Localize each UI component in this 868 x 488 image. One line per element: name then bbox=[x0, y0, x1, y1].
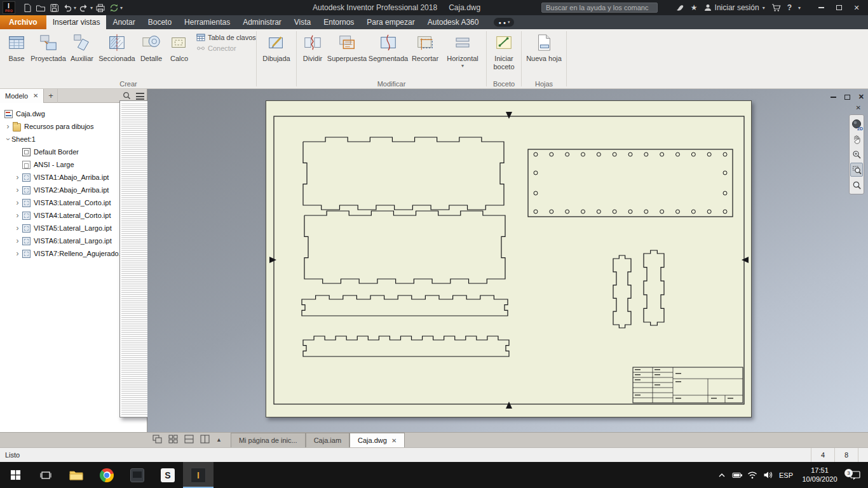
tab-archivo[interactable]: Archivo bbox=[0, 15, 46, 29]
open-file-icon[interactable] bbox=[35, 2, 46, 13]
qat-customize-caret-icon[interactable]: ▾ bbox=[120, 5, 123, 11]
zoom-button[interactable] bbox=[850, 147, 863, 161]
close-icon[interactable]: ✕ bbox=[33, 92, 38, 99]
drawing-view-short-side-1[interactable] bbox=[613, 255, 631, 328]
collapse-tabs-icon[interactable]: ▲ bbox=[216, 437, 222, 443]
help-caret-icon[interactable]: ▾ bbox=[798, 5, 801, 11]
print-icon[interactable] bbox=[95, 2, 106, 13]
expander-icon[interactable]: › bbox=[4, 123, 11, 130]
drawing-view-side-strip-1[interactable] bbox=[302, 295, 508, 316]
doc-tab-caja-iam[interactable]: Caja.iam bbox=[306, 433, 349, 447]
expander-icon[interactable]: › bbox=[14, 212, 21, 219]
inventor-taskbar-button[interactable]: I bbox=[183, 462, 214, 488]
sign-in-caret-icon[interactable]: ▾ bbox=[763, 5, 765, 11]
tab-para-empezar[interactable]: Para empezar bbox=[360, 15, 421, 29]
help-search-input[interactable] bbox=[541, 3, 658, 13]
favorites-star-icon[interactable]: ★ bbox=[691, 3, 698, 12]
seccionada-button[interactable]: Seccionada bbox=[97, 30, 137, 80]
detalle-button[interactable]: Detalle bbox=[137, 30, 166, 80]
expander-icon[interactable]: › bbox=[14, 187, 21, 193]
search-icon[interactable] bbox=[123, 92, 131, 101]
segmentada-button[interactable]: Segmentada bbox=[368, 30, 409, 80]
browser-menu-icon[interactable] bbox=[136, 93, 144, 100]
action-center-button[interactable]: 3 bbox=[843, 470, 868, 480]
tile-horizontal-icon[interactable] bbox=[184, 435, 194, 445]
tab-herramientas[interactable]: Herramientas bbox=[178, 15, 236, 29]
task-view-button[interactable] bbox=[31, 462, 61, 488]
tab-insertar-vistas[interactable]: Insertar vistas bbox=[46, 15, 107, 29]
tab-boceto[interactable]: Boceto bbox=[142, 15, 178, 29]
tab-administrar[interactable]: Administrar bbox=[236, 15, 288, 29]
redo-icon[interactable] bbox=[78, 2, 90, 13]
tile-windows-icon[interactable] bbox=[168, 435, 178, 445]
zoom-window-button[interactable] bbox=[850, 163, 863, 177]
pan-button[interactable] bbox=[850, 132, 863, 146]
file-explorer-button[interactable] bbox=[61, 462, 92, 488]
expander-icon[interactable]: › bbox=[14, 250, 21, 257]
dividir-button[interactable]: Dividir bbox=[299, 30, 326, 80]
doc-tab-caja-dwg[interactable]: Caja.dwg ✕ bbox=[349, 433, 405, 447]
tab-vista[interactable]: Vista bbox=[288, 15, 317, 29]
tab-entornos[interactable]: Entornos bbox=[317, 15, 360, 29]
search-assist-icon[interactable] bbox=[675, 3, 684, 12]
dark-app-button[interactable] bbox=[122, 462, 153, 488]
s-app-button[interactable]: S bbox=[153, 462, 183, 488]
browser-tab-modelo[interactable]: Modelo ✕ bbox=[0, 89, 44, 103]
auxiliar-button[interactable]: Auxiliar bbox=[67, 30, 97, 80]
redo-caret-icon[interactable]: ▾ bbox=[90, 5, 93, 11]
close-button[interactable]: ✕ bbox=[848, 0, 865, 15]
cascade-windows-icon[interactable] bbox=[153, 435, 162, 445]
maximize-button[interactable] bbox=[830, 0, 848, 15]
tab-autodesk-a360[interactable]: Autodesk A360 bbox=[421, 15, 485, 29]
close-icon[interactable]: ✕ bbox=[391, 437, 397, 444]
save-icon[interactable] bbox=[48, 2, 60, 13]
drawing-view-bottom-plate-1[interactable] bbox=[303, 137, 504, 210]
calco-button[interactable]: Calco bbox=[166, 30, 193, 80]
update-icon[interactable] bbox=[108, 2, 119, 13]
horizontal-caret-icon[interactable]: ▾ bbox=[461, 63, 464, 69]
network-wifi-icon[interactable] bbox=[745, 471, 760, 479]
chrome-button[interactable] bbox=[92, 462, 122, 488]
drawing-view-hole-plate[interactable] bbox=[528, 149, 733, 217]
battery-icon[interactable] bbox=[729, 471, 745, 480]
base-button[interactable]: Base bbox=[3, 30, 30, 80]
expander-icon[interactable]: › bbox=[14, 238, 21, 244]
superpuesta-button[interactable]: Superpuesta bbox=[326, 30, 368, 80]
doc-minimize-button[interactable] bbox=[831, 97, 836, 98]
drawing-view-bottom-plate-2[interactable] bbox=[304, 211, 505, 283]
help-icon[interactable]: ? bbox=[787, 3, 792, 12]
new-file-icon[interactable] bbox=[22, 2, 33, 13]
expander-open-icon[interactable]: › bbox=[5, 136, 11, 143]
doc-close-button[interactable]: ✕ bbox=[858, 93, 864, 101]
navigation-wheel-button[interactable]: 2D bbox=[850, 117, 863, 131]
expander-icon[interactable]: › bbox=[14, 200, 21, 206]
app-store-cart-icon[interactable] bbox=[771, 3, 781, 12]
doc-tab-home[interactable]: Mi página de inic... bbox=[231, 433, 306, 447]
recortar-button[interactable]: Recortar bbox=[409, 30, 442, 80]
undo-icon[interactable] bbox=[62, 2, 73, 13]
nueva-hoja-button[interactable]: Nueva hoja bbox=[524, 30, 564, 80]
drawing-view-side-strip-2[interactable] bbox=[303, 336, 509, 356]
add-browser-tab-button[interactable]: + bbox=[44, 89, 58, 103]
start-button[interactable] bbox=[0, 462, 31, 488]
drawing-sheet[interactable] bbox=[266, 100, 752, 417]
tile-vertical-icon[interactable] bbox=[200, 435, 210, 445]
zoom-all-button[interactable] bbox=[850, 178, 863, 192]
drawing-view-short-side-2[interactable] bbox=[644, 250, 664, 325]
volume-icon[interactable] bbox=[760, 471, 775, 479]
sign-in-button[interactable]: Iniciar sesión ▾ bbox=[704, 3, 765, 12]
tabla-de-clavos-button[interactable]: Tabla de clavos bbox=[196, 33, 252, 42]
tree-item-sheet1[interactable]: › Sheet:1 bbox=[0, 133, 147, 146]
graphics-canvas[interactable]: ✕ ✕ 2D bbox=[147, 89, 868, 432]
language-indicator[interactable]: ESP bbox=[775, 471, 797, 479]
dibujada-button[interactable]: Dibujada bbox=[259, 30, 294, 80]
clock[interactable]: 17:51 10/09/2020 bbox=[797, 466, 843, 484]
a360-sync-button[interactable]: ●●▾ bbox=[494, 18, 514, 27]
navbar-close-icon[interactable]: ✕ bbox=[856, 104, 861, 111]
expander-icon[interactable]: › bbox=[14, 174, 21, 180]
undo-caret-icon[interactable]: ▾ bbox=[74, 5, 76, 11]
expander-icon[interactable]: › bbox=[14, 225, 21, 231]
tab-anotar[interactable]: Anotar bbox=[106, 15, 141, 29]
horizontal-button[interactable]: Horizontal ▾ bbox=[442, 30, 484, 80]
minimize-button[interactable] bbox=[812, 0, 830, 15]
